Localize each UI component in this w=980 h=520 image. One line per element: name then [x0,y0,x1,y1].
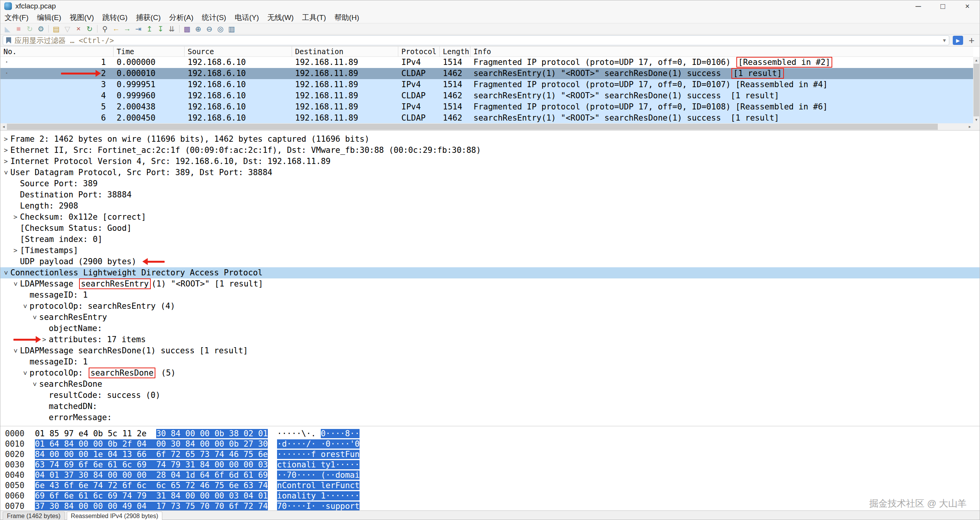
ascii-char[interactable]: · [301,502,306,510]
ascii-char[interactable]: 0 [292,470,297,480]
hex-byte[interactable]: 6d [229,470,244,480]
hex-byte[interactable]: 01 [258,429,268,438]
ascii-char[interactable]: d [282,439,287,449]
ascii-char[interactable]: i [301,491,306,500]
ascii-char[interactable]: r [330,481,335,490]
ascii-char[interactable]: 0 [282,502,287,510]
ascii-char[interactable]: C [282,481,287,490]
hex-byte[interactable]: 65 [171,481,185,490]
detail-line[interactable]: >Checksum: 0x112e [correct] [0,212,980,223]
hex-row[interactable]: 00506e 43 6f 6e 74 72 6f 6c 6c 65 72 46 … [5,480,980,491]
collapse-icon[interactable]: > [10,348,21,354]
column-header[interactable]: No. [0,46,114,56]
find-packet-icon[interactable]: ⚲ [99,24,111,34]
ascii-char[interactable]: I [306,502,311,510]
hex-byte[interactable]: 00 [200,429,214,438]
hex-byte[interactable]: 28 [156,470,171,480]
hex-byte[interactable]: 6c [93,491,108,500]
expand-icon[interactable]: > [3,156,8,167]
hex-byte[interactable]: 74 [93,481,108,490]
hex-byte[interactable]: 00 [185,491,200,500]
detail-line[interactable]: >Connectionless Lightweight Directory Ac… [0,267,980,278]
hex-byte[interactable]: 0b [229,439,244,449]
hex-byte[interactable]: 00 [64,450,79,459]
hex-byte[interactable]: 65 [185,450,200,459]
ascii-char[interactable]: . [311,429,316,438]
hex-byte[interactable]: 13 [122,450,137,459]
hex-byte[interactable]: 27 [244,439,258,449]
hex-byte[interactable]: 97 [64,429,79,438]
hex-byte[interactable]: 75 [214,481,229,490]
ascii-char[interactable]: · [321,502,326,510]
hex-row[interactable]: 002084 00 00 00 1e 04 13 66 6f 72 65 73 … [5,449,980,460]
hex-byte[interactable]: 6f [79,460,93,469]
ascii-char[interactable]: · [335,491,340,500]
hex-byte[interactable]: 46 [200,481,214,490]
ascii-char[interactable]: · [277,429,282,438]
detail-line[interactable]: [Checksum Status: Good] [0,223,980,234]
detail-line[interactable]: resultCode: success (0) [0,390,980,401]
ascii-char[interactable]: o [340,470,345,480]
ascii-char[interactable]: 8 [345,429,350,438]
hex-row[interactable]: 006069 6f 6e 61 6c 69 74 79 31 84 00 00 … [5,491,980,501]
ascii-char[interactable]: ' [350,439,355,449]
goto-packet-icon[interactable]: ⇥ [133,24,144,34]
ascii-char[interactable]: · [297,429,302,438]
hex-byte[interactable]: 00 [122,470,137,480]
hex-byte[interactable]: 75 [244,450,258,459]
ascii-char[interactable]: · [340,460,345,469]
column-header[interactable]: Source [185,46,292,56]
ascii-char[interactable]: r [350,502,355,510]
hex-row[interactable]: 000001 85 97 e4 0b 5c 11 2e 30 84 00 00 … [5,429,980,439]
expand-icon[interactable]: > [13,212,18,222]
hex-byte[interactable]: 00 [108,470,122,480]
hex-byte[interactable]: 6e [79,481,93,490]
hex-byte[interactable]: 49 [122,502,137,510]
ascii-char[interactable]: l [297,491,302,500]
menu-item[interactable]: 编辑(E) [33,12,65,23]
ascii-char[interactable]: · [335,460,340,469]
ascii-char[interactable]: 0 [355,439,360,449]
zoom-in-icon[interactable]: ⊕ [193,24,204,34]
ascii-char[interactable]: · [345,491,350,500]
hex-byte[interactable]: 64 [49,439,64,449]
hex-byte[interactable]: 00 [200,491,214,500]
ascii-char[interactable]: · [345,439,350,449]
menu-item[interactable]: 电话(Y) [230,12,263,23]
ascii-char[interactable]: · [292,502,297,510]
hex-byte[interactable]: 1d [185,470,200,480]
hex-byte[interactable]: 74 [214,450,229,459]
hex-byte[interactable]: 31 [185,460,200,469]
hex-byte[interactable]: 84 [93,470,108,480]
hex-byte[interactable]: 70 [200,502,214,510]
hex-byte[interactable]: 6e [35,481,49,490]
hex-byte[interactable]: 72 [108,481,122,490]
scroll-left-arrow-icon[interactable]: ◄ [0,123,7,130]
ascii-char[interactable]: · [340,429,345,438]
ascii-char[interactable]: 0 [321,429,326,438]
hex-byte[interactable]: 0b [214,429,229,438]
ascii-char[interactable]: n [355,450,360,459]
ascii-char[interactable]: i [287,460,292,469]
hex-byte[interactable]: 85 [49,429,64,438]
display-filter-input[interactable] [15,36,939,45]
ascii-char[interactable]: o [345,502,350,510]
packet-list-vscrollbar[interactable]: ▲ ▼ [973,57,980,123]
hex-byte[interactable]: 72 [185,481,200,490]
hex-byte[interactable]: 74 [258,502,268,510]
ascii-char[interactable]: o [282,491,287,500]
scroll-right-arrow-icon[interactable]: ► [967,123,973,130]
hex-byte[interactable]: 37 [35,502,49,510]
byte-view-tab[interactable]: Frame (1462 bytes) [3,512,65,520]
ascii-char[interactable]: m [345,470,350,480]
ascii-char[interactable]: · [297,502,302,510]
ascii-char[interactable]: · [292,439,297,449]
packet-row[interactable]: 52.000438192.168.6.10192.168.11.89IPv415… [0,101,973,113]
hex-byte[interactable]: 6e [93,460,108,469]
detail-line[interactable]: [Stream index: 0] [0,234,980,245]
hex-row[interactable]: 001001 64 84 00 00 0b 2f 04 00 30 84 00 … [5,439,980,449]
hex-byte[interactable]: 00 [244,460,258,469]
ascii-char[interactable]: u [340,481,345,490]
collapse-icon[interactable]: > [1,170,11,176]
hex-byte[interactable]: 43 [49,481,64,490]
